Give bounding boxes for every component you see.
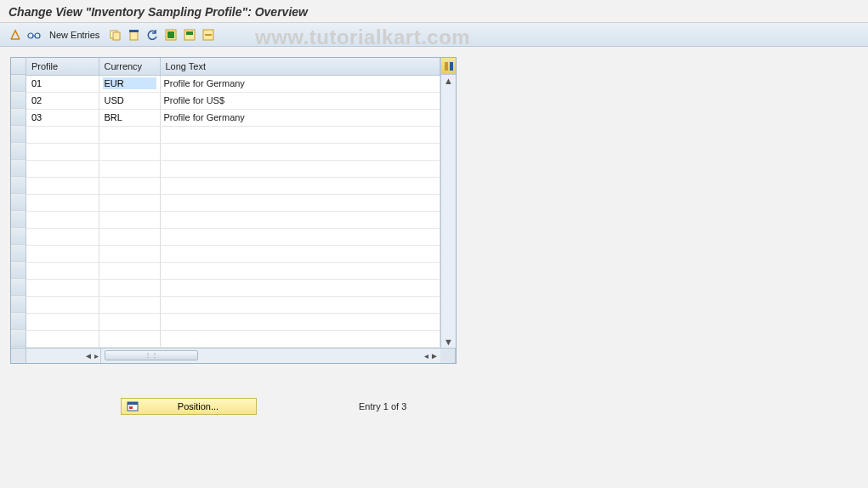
table-row[interactable]	[26, 279, 440, 296]
table-row[interactable]: Profile for US$	[26, 92, 440, 109]
cell-currency[interactable]	[99, 228, 160, 245]
scroll-first-icon[interactable]: ◄	[84, 351, 93, 360]
deselect-all-icon[interactable]	[201, 28, 215, 42]
profile-input[interactable]	[30, 213, 95, 225]
currency-input[interactable]	[103, 145, 156, 157]
profile-input[interactable]	[30, 315, 95, 327]
profile-input[interactable]	[30, 111, 95, 123]
row-selector[interactable]	[11, 313, 26, 330]
glasses-icon[interactable]	[27, 28, 41, 42]
table-row[interactable]	[26, 143, 440, 160]
cell-longtext[interactable]: Profile for Germany	[160, 109, 440, 126]
currency-input[interactable]	[103, 247, 156, 259]
row-selector[interactable]	[11, 160, 26, 177]
cell-longtext[interactable]	[160, 177, 440, 194]
cell-currency[interactable]	[99, 313, 160, 330]
cell-currency[interactable]	[99, 109, 160, 126]
cell-currency[interactable]	[99, 211, 160, 228]
currency-input[interactable]	[103, 77, 156, 89]
currency-input[interactable]	[103, 196, 156, 208]
cell-currency[interactable]	[99, 296, 160, 313]
currency-input[interactable]	[103, 332, 156, 344]
cell-profile[interactable]	[26, 160, 99, 177]
col-header-longtext[interactable]: Long Text	[160, 58, 440, 75]
table-row[interactable]	[26, 228, 440, 245]
cell-currency[interactable]	[99, 330, 160, 347]
cell-currency[interactable]	[99, 75, 160, 92]
hscroll-track[interactable]: ⋮⋮ ◂ ►	[101, 349, 440, 363]
scroll-right-icon[interactable]: ◂	[424, 351, 428, 360]
delete-icon[interactable]	[127, 28, 140, 42]
toggle-icon[interactable]	[9, 28, 22, 42]
cell-profile[interactable]	[26, 262, 99, 279]
cell-profile[interactable]	[26, 313, 99, 330]
table-row[interactable]	[26, 296, 440, 313]
currency-input[interactable]	[103, 111, 156, 123]
cell-profile[interactable]	[26, 92, 99, 109]
scroll-up-icon[interactable]: ▲	[441, 75, 456, 87]
profile-input[interactable]	[30, 145, 95, 157]
undo-icon[interactable]	[145, 28, 159, 42]
cell-longtext[interactable]	[160, 279, 440, 296]
cell-longtext[interactable]	[160, 143, 440, 160]
table-row[interactable]	[26, 245, 440, 262]
profile-input[interactable]	[30, 281, 95, 293]
hscroll-thumb[interactable]: ⋮⋮	[105, 350, 198, 360]
cell-longtext[interactable]	[160, 126, 440, 143]
cell-profile[interactable]	[26, 75, 99, 92]
cell-longtext[interactable]	[160, 313, 440, 330]
row-selector[interactable]	[11, 279, 26, 296]
cell-currency[interactable]	[99, 262, 160, 279]
row-selector[interactable]	[11, 296, 26, 313]
currency-input[interactable]	[103, 94, 156, 106]
scroll-down-icon[interactable]: ▼	[441, 336, 456, 348]
currency-input[interactable]	[103, 298, 156, 310]
row-selector[interactable]	[11, 75, 26, 92]
row-selector[interactable]	[11, 228, 26, 245]
profile-input[interactable]	[30, 247, 95, 259]
currency-input[interactable]	[103, 230, 156, 242]
cell-profile[interactable]	[26, 228, 99, 245]
cell-currency[interactable]	[99, 92, 160, 109]
configure-columns-icon[interactable]	[441, 58, 456, 75]
row-selector[interactable]	[11, 143, 26, 160]
currency-input[interactable]	[103, 162, 156, 174]
profile-input[interactable]	[30, 162, 95, 174]
cell-profile[interactable]	[26, 177, 99, 194]
select-all-icon[interactable]	[164, 28, 178, 42]
cell-currency[interactable]	[99, 279, 160, 296]
hscroll-left-arrows[interactable]: ◄ ▸	[26, 349, 101, 363]
cell-longtext[interactable]	[160, 211, 440, 228]
cell-longtext[interactable]	[160, 194, 440, 211]
profile-input[interactable]	[30, 196, 95, 208]
profile-input[interactable]	[30, 94, 95, 106]
row-selector[interactable]	[11, 177, 26, 194]
cell-profile[interactable]	[26, 194, 99, 211]
col-header-currency[interactable]: Currency	[99, 58, 160, 75]
table-row[interactable]: Profile for Germany	[26, 109, 440, 126]
profile-input[interactable]	[30, 298, 95, 310]
table-row[interactable]	[26, 194, 440, 211]
cell-currency[interactable]	[99, 177, 160, 194]
scroll-last-icon[interactable]: ►	[430, 351, 439, 360]
table-row[interactable]	[26, 211, 440, 228]
cell-profile[interactable]	[26, 126, 99, 143]
profile-input[interactable]	[30, 77, 95, 89]
row-selector[interactable]	[11, 330, 26, 347]
cell-longtext[interactable]	[160, 228, 440, 245]
profile-input[interactable]	[30, 230, 95, 242]
currency-input[interactable]	[103, 179, 156, 191]
table-row[interactable]	[26, 126, 440, 143]
table-row[interactable]: Profile for Germany	[26, 75, 440, 92]
profile-input[interactable]	[30, 264, 95, 276]
row-selector[interactable]	[11, 245, 26, 262]
cell-currency[interactable]	[99, 126, 160, 143]
cell-profile[interactable]	[26, 296, 99, 313]
row-selector[interactable]	[11, 211, 26, 228]
cell-profile[interactable]	[26, 109, 99, 126]
cell-longtext[interactable]	[160, 262, 440, 279]
copy-icon[interactable]	[108, 28, 122, 42]
profile-input[interactable]	[30, 128, 95, 140]
row-selector[interactable]	[11, 262, 26, 279]
profile-input[interactable]	[30, 332, 95, 344]
